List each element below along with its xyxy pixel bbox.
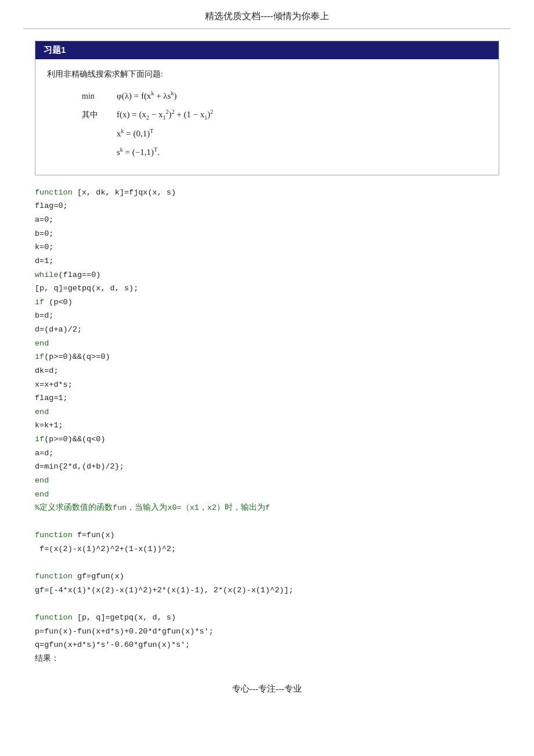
code-gfun-def: function gf=gfun(x)	[35, 570, 499, 584]
code-fun-body: f=(x(2)-x(1)^2)^2+(1-x(1))^2;	[35, 542, 499, 556]
code-gfun-body: gf=[-4*x(1)*(x(2)-x(1)^2)+2*(x(1)-1), 2*…	[35, 584, 499, 597]
code-line-15: x=x+d*s;	[35, 378, 499, 392]
code-line-11: d=(d+a)/2;	[35, 323, 499, 337]
code-line-14: dk=d;	[35, 364, 499, 378]
code-comment: %定义求函数值的函数fun，当输入为x0=（x1，x2）时，输出为f	[35, 501, 499, 515]
math-phi-expr: φ(λ) = f(xk + λsk)	[117, 87, 176, 105]
code-line-4: b=0;	[35, 227, 499, 241]
code-line-17: end	[35, 405, 499, 419]
code-line-16: flag=1;	[35, 391, 499, 405]
code-getpq-def: function [p, q]=getpq(x, d, s)	[35, 611, 499, 625]
code-line-1: function [x, dk, k]=fjqx(x, s)	[35, 186, 499, 200]
code-line-21: d=min{2*d,(d+b)/2};	[35, 460, 499, 474]
page-header: 精选优质文档----倾情为你奉上	[23, 0, 511, 29]
code-fun-def: function f=fun(x)	[35, 528, 499, 542]
math-min-label: min	[82, 88, 117, 105]
code-line-5: k=0;	[35, 240, 499, 254]
code-section: function [x, dk, k]=fjqx(x, s) flag=0; a…	[35, 186, 499, 666]
code-line-8: [p, q]=getpq(x, d, s);	[35, 282, 499, 296]
code-line-18: k=k+1;	[35, 419, 499, 433]
math-xk-expr: xk = (0,1)T	[117, 125, 153, 142]
code-line-9: if (p<0)	[35, 296, 499, 309]
exercise-title: 习题1	[35, 41, 499, 59]
exercise-description: 利用非精确线搜索求解下面问题:	[47, 67, 487, 81]
code-line-19: if(p>=0)&&(q<0)	[35, 433, 499, 447]
page-footer: 专心---专注---专业	[0, 672, 534, 700]
code-line-2: flag=0;	[35, 199, 499, 213]
code-line-12: end	[35, 337, 499, 351]
code-line-7: while(flag==0)	[35, 268, 499, 282]
exercise-box: 习题1 利用非精确线搜索求解下面问题: min φ(λ) = f(xk + λs…	[35, 41, 499, 175]
code-line-6: d=1;	[35, 254, 499, 268]
code-result-label: 结果：	[35, 652, 499, 666]
code-line-13: if(p>=0)&&(q>=0)	[35, 350, 499, 364]
code-getpq-q: q=gfun(x+d*s)*s'-0.60*gfun(x)*s';	[35, 638, 499, 652]
code-line-10: b=d;	[35, 309, 499, 323]
math-sk-expr: sk = (−1,1)T.	[117, 143, 160, 161]
code-line-20: a=d;	[35, 447, 499, 460]
code-line-23: end	[35, 488, 499, 502]
code-getpq-p: p=fun(x)-fun(x+d*s)+0.20*d*gfun(x)*s';	[35, 625, 499, 639]
math-fx-expr: f(x) = (x2 − x12)2 + (1 − x1)2	[117, 106, 213, 124]
code-line-3: a=0;	[35, 213, 499, 227]
math-qizhong-label: 其中	[82, 107, 117, 123]
code-line-22: end	[35, 474, 499, 488]
